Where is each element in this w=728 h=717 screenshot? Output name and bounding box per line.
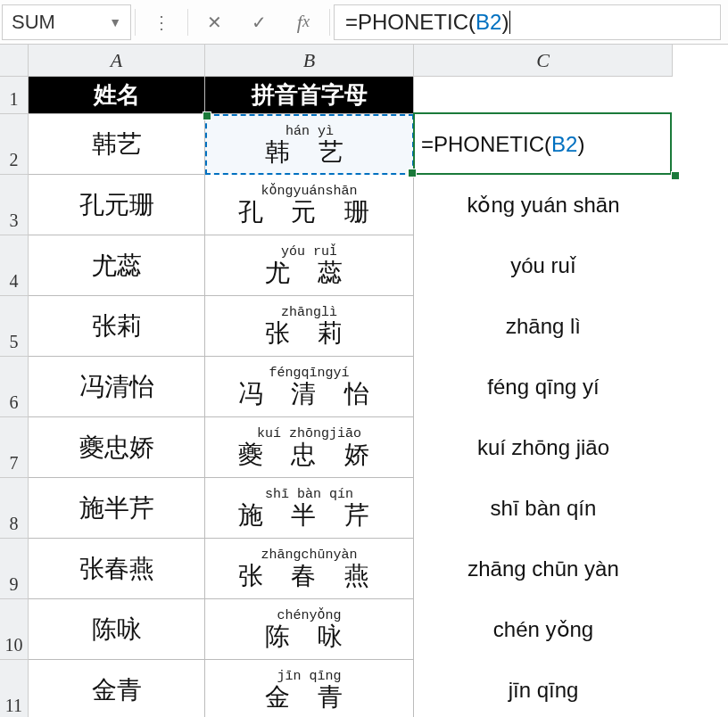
- column-headers: A B C: [0, 45, 728, 77]
- selection-handle-icon[interactable]: [203, 111, 211, 120]
- more-icon[interactable]: ⋮: [139, 0, 184, 45]
- row-header[interactable]: 6: [0, 357, 29, 417]
- pinyin-annotation: kuí zhōngjiāo: [257, 427, 361, 441]
- formula-text-prefix: =PHONETIC(: [345, 10, 476, 35]
- table-row: 3 孔元珊 kǒngyuánshān 孔 元 珊 kǒng yuán shān: [0, 175, 728, 235]
- row-header[interactable]: 9: [0, 539, 29, 599]
- row-header[interactable]: 8: [0, 478, 29, 539]
- char-line: 张 春 燕: [238, 564, 381, 589]
- cell-result[interactable]: zhāng lì: [414, 296, 673, 357]
- formula-ref: B2: [476, 10, 501, 35]
- row-header[interactable]: 7: [0, 417, 29, 478]
- table-row: 4 尤蕊 yóu ruǐ 尤 蕊 yóu ruǐ: [0, 235, 728, 296]
- char-line: 金 青: [265, 685, 354, 710]
- pinyin-annotation: kǒngyuánshān: [261, 185, 357, 198]
- pinyin-annotation: shī bàn qín: [265, 488, 353, 501]
- row-header-1[interactable]: 1: [0, 77, 29, 114]
- cell-pinyin[interactable]: shī bàn qín 施 半 芹: [205, 478, 414, 539]
- char-line: 张 莉: [265, 321, 354, 346]
- char-line: 孔 元 珊: [238, 200, 381, 225]
- cell-pinyin[interactable]: féngqīngyí 冯 清 怡: [205, 357, 414, 417]
- char-line: 冯 清 怡: [238, 382, 381, 407]
- cell-pinyin[interactable]: yóu ruǐ 尤 蕊: [205, 235, 414, 296]
- char-line: 韩 艺: [265, 140, 354, 165]
- cell-pinyin[interactable]: zhānglì 张 莉: [205, 296, 414, 357]
- fill-handle-icon[interactable]: [671, 171, 680, 180]
- fx-icon[interactable]: fx: [281, 0, 326, 45]
- row-header[interactable]: 5: [0, 296, 29, 357]
- cell-result[interactable]: jīn qīng: [414, 660, 673, 717]
- accept-formula-icon[interactable]: ✓: [236, 0, 281, 45]
- cell-name[interactable]: 张莉: [29, 296, 205, 357]
- char-line: 陈 咏: [265, 624, 354, 649]
- cell-c2-editing[interactable]: =PHONETIC(B2): [414, 114, 673, 175]
- cell-b2-selected[interactable]: hán yì 韩 艺: [205, 114, 414, 175]
- cell-a1[interactable]: 姓名: [29, 77, 205, 114]
- cell-pinyin[interactable]: chényǒng 陈 咏: [205, 599, 414, 660]
- table-row: 2 韩艺 hán yì 韩 艺 =PHONETIC(B2): [0, 114, 728, 175]
- cell-name[interactable]: 张春燕: [29, 539, 205, 599]
- table-row: 10 陈咏 chényǒng 陈 咏 chén yǒng: [0, 599, 728, 660]
- char-line: 施 半 芹: [238, 503, 381, 528]
- pinyin-annotation: jīn qīng: [277, 670, 341, 683]
- pinyin-annotation: yóu ruǐ: [281, 245, 337, 259]
- cell-result[interactable]: zhāng chūn yàn: [414, 539, 673, 599]
- pinyin-annotation: zhāngchūnyàn: [261, 548, 357, 562]
- formula-input[interactable]: =PHONETIC(B2): [334, 4, 721, 40]
- column-header-c[interactable]: C: [414, 45, 673, 77]
- row-header[interactable]: 11: [0, 660, 29, 717]
- cell-formula-suffix: ): [577, 132, 584, 157]
- selection-handle-icon[interactable]: [408, 169, 417, 177]
- cell-pinyin[interactable]: kuí zhōngjiāo 夔 忠 娇: [205, 417, 414, 478]
- divider: [329, 9, 330, 36]
- cell-result[interactable]: shī bàn qín: [414, 478, 673, 539]
- cell-pinyin[interactable]: kǒngyuánshān 孔 元 珊: [205, 175, 414, 235]
- text-cursor: [509, 11, 510, 34]
- cell-formula-prefix: =PHONETIC(: [421, 132, 551, 157]
- table-row: 8 施半芹 shī bàn qín 施 半 芹 shī bàn qín: [0, 478, 728, 539]
- divider: [187, 9, 188, 36]
- spreadsheet-grid: A B C 1 姓名 拼音首字母 2 韩艺 hán yì 韩 艺 =PHONET…: [0, 45, 728, 717]
- cell-c1[interactable]: [414, 77, 673, 114]
- cell-name[interactable]: 冯清怡: [29, 357, 205, 417]
- cell-name[interactable]: 施半芹: [29, 478, 205, 539]
- cell-name[interactable]: 陈咏: [29, 599, 205, 660]
- divider: [135, 9, 136, 36]
- table-row: 7 夔忠娇 kuí zhōngjiāo 夔 忠 娇 kuí zhōng jiāo: [0, 417, 728, 478]
- formula-bar: SUM ▼ ⋮ ✕ ✓ fx =PHONETIC(B2): [0, 0, 728, 45]
- table-row: 11 金青 jīn qīng 金 青 jīn qīng: [0, 660, 728, 717]
- cell-result[interactable]: kǒng yuán shān: [414, 175, 673, 235]
- cell-result[interactable]: féng qīng yí: [414, 357, 673, 417]
- pinyin-annotation: zhānglì: [281, 306, 337, 319]
- cancel-formula-icon[interactable]: ✕: [192, 0, 236, 45]
- cell-result[interactable]: kuí zhōng jiāo: [414, 417, 673, 478]
- table-row: 6 冯清怡 féngqīngyí 冯 清 怡 féng qīng yí: [0, 357, 728, 417]
- char-line: 尤 蕊: [265, 260, 354, 285]
- cell-pinyin[interactable]: zhāngchūnyàn 张 春 燕: [205, 539, 414, 599]
- name-box-dropdown-icon[interactable]: ▼: [109, 15, 121, 29]
- pinyin-annotation: chényǒng: [277, 609, 341, 622]
- row-header[interactable]: 3: [0, 175, 29, 235]
- table-row: 5 张莉 zhānglì 张 莉 zhāng lì: [0, 296, 728, 357]
- cell-name[interactable]: 孔元珊: [29, 175, 205, 235]
- select-all-corner[interactable]: [0, 45, 29, 77]
- cell-name[interactable]: 韩艺: [29, 114, 205, 175]
- table-row: 9 张春燕 zhāngchūnyàn 张 春 燕 zhāng chūn yàn: [0, 539, 728, 599]
- row-header[interactable]: 2: [0, 114, 29, 175]
- cell-formula-ref: B2: [551, 132, 577, 157]
- cell-name[interactable]: 金青: [29, 660, 205, 717]
- cell-result[interactable]: yóu ruǐ: [414, 235, 673, 296]
- cell-b1[interactable]: 拼音首字母: [205, 77, 414, 114]
- cell-result[interactable]: chén yǒng: [414, 599, 673, 660]
- cell-pinyin[interactable]: jīn qīng 金 青: [205, 660, 414, 717]
- row-header[interactable]: 10: [0, 599, 29, 660]
- cell-name[interactable]: 尤蕊: [29, 235, 205, 296]
- name-box-value: SUM: [12, 11, 55, 34]
- row-header[interactable]: 4: [0, 235, 29, 296]
- char-line: 夔 忠 娇: [238, 442, 381, 467]
- column-header-a[interactable]: A: [29, 45, 205, 77]
- column-header-b[interactable]: B: [205, 45, 414, 77]
- header-row: 1 姓名 拼音首字母: [0, 77, 728, 114]
- name-box[interactable]: SUM ▼: [2, 4, 131, 40]
- cell-name[interactable]: 夔忠娇: [29, 417, 205, 478]
